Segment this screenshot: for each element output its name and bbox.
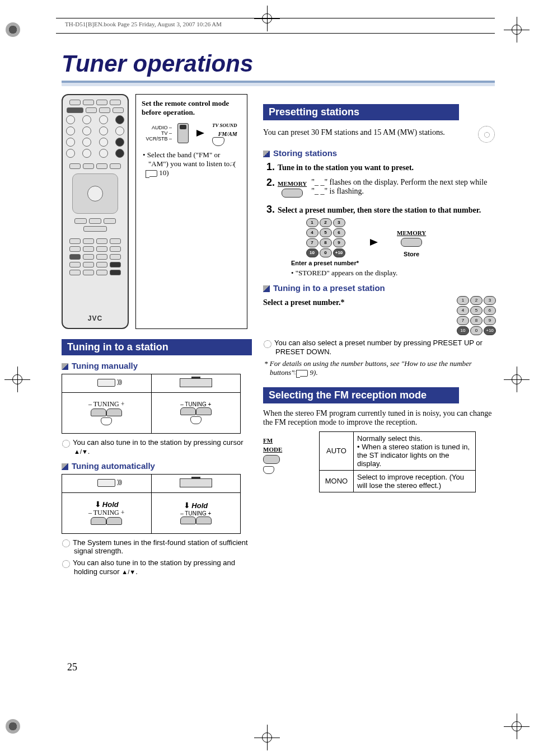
- sub-storing: Storing stations: [263, 148, 495, 158]
- remote-device-icon-2: [97, 479, 115, 487]
- section-fm-mode: Selecting the FM reception mode: [263, 387, 459, 403]
- sub-tuning-manually: Tuning manually: [62, 361, 252, 370]
- reg-mark-bottom-right: [509, 719, 524, 734]
- fmam-label: FM/AM: [218, 131, 237, 137]
- fm-mode-button-icon: FM MODE: [263, 431, 285, 476]
- reg-mark-top-left: [6, 22, 20, 37]
- main-unit-icon: [180, 378, 212, 387]
- tvsound-label: TV SOUND: [212, 123, 237, 128]
- header-path-text: TH-D51[B]EN.book Page 25 Friday, August …: [65, 21, 222, 27]
- main-unit-icon-2: [180, 478, 212, 487]
- callout-box: Set the remote control mode before opera…: [135, 94, 247, 329]
- fm-mode-table: AUTO Normally select this. • When a ster…: [319, 431, 476, 492]
- reg-mark-mid-left: [10, 372, 25, 387]
- fm-auto-text: Normally select this. • When a stereo st…: [354, 431, 476, 470]
- header-frame: TH-D51[B]EN.book Page 25 Friday, August …: [56, 18, 495, 34]
- sub-tuning-auto: Tuning automatically: [62, 461, 252, 471]
- tuning-auto-table: ⬇Hold – TUNING + ⬇Hold – TUNING +: [62, 474, 241, 534]
- number-pad-icon-2: 123 456 789 100+10: [457, 296, 495, 335]
- note-manual: You can also tune in to the station by p…: [62, 438, 252, 456]
- storing-steps: Tune in to the station you want to prese…: [263, 161, 495, 278]
- disc-icon: [478, 126, 495, 143]
- remote-device-icon: [97, 379, 115, 387]
- note-preset: You can also select a preset number by p…: [263, 339, 495, 356]
- select-preset-text: Select a preset number.*: [263, 298, 344, 307]
- fm-auto-label: AUTO: [320, 431, 354, 470]
- presetting-intro: You can preset 30 FM stations and 15 AM …: [263, 128, 471, 137]
- mode-diagram: AUDIO –TV –VCR/STB – TV SOUND FM/AM: [142, 120, 241, 146]
- reg-mark-mid-right: [509, 372, 524, 387]
- callout-heading: Set the remote control mode before opera…: [142, 99, 241, 117]
- fm-mono-text: Select to improve reception. (You will l…: [354, 470, 476, 492]
- footnote-number-buttons: * For details on using the number button…: [263, 359, 495, 377]
- reg-mark-bottom-center: [260, 730, 274, 745]
- number-pad-icon: 123 456 789 100+10: [306, 218, 344, 257]
- reg-mark-bottom-left: [6, 719, 20, 734]
- section-presetting: Presetting stations: [263, 104, 459, 120]
- page-number: 25: [67, 661, 77, 673]
- callout-ref: 10): [157, 168, 169, 177]
- fm-mono-label: MONO: [320, 470, 354, 492]
- callout-bullet: Select the band ("FM" or "AM") you want …: [147, 151, 236, 168]
- title-underline: [62, 81, 495, 86]
- tuning-manual-table: – TUNING + – TUNING +: [62, 374, 241, 434]
- reg-mark-top-right: [509, 22, 524, 37]
- note-auto-1: The System tunes in the first-found stat…: [62, 538, 252, 556]
- section-tuning: Tuning in to a station: [62, 339, 252, 355]
- reg-mark-top-center: [260, 11, 274, 26]
- remote-illustration: JVC: [62, 94, 129, 329]
- remote-brand: JVC: [88, 314, 102, 322]
- note-auto-2: You can also tune in to the station by p…: [62, 558, 252, 576]
- fm-intro: When the stereo FM program currently tun…: [263, 409, 495, 427]
- sub-tune-preset: Tuning in to a preset station: [263, 283, 495, 293]
- page-title: Tuner operations: [62, 50, 495, 77]
